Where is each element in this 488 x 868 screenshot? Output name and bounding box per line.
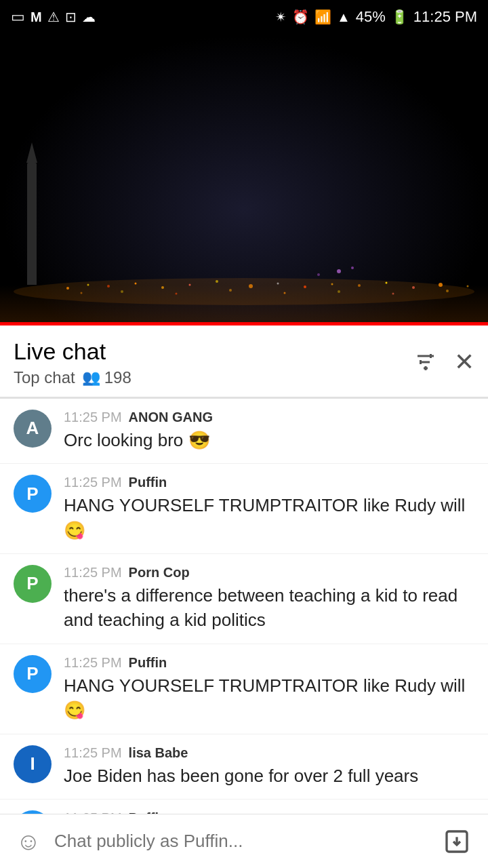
status-bar: ▭ M ⚠ ⊡ ☁ ✴ ⏰ 📶 ▲ 45% 🔋 11:25 PM	[0, 0, 488, 34]
chat-text: Orc looking bro 😎	[64, 428, 474, 452]
alert-icon: ⚠	[47, 9, 60, 25]
chat-content: 11:25 PM ANON GANG Orc looking bro 😎	[64, 410, 474, 452]
cloud-icon: ☁	[82, 9, 96, 25]
viewer-icon: 👥	[82, 369, 100, 387]
chat-timestamp: 11:25 PM	[64, 410, 122, 425]
live-chat-info: Live chat Top chat 👥 198	[14, 338, 131, 387]
svg-point-13	[386, 282, 388, 284]
viewer-number: 198	[104, 368, 131, 387]
chat-username: Puffin	[129, 655, 167, 671]
emoji-button[interactable]: ☺	[11, 824, 46, 859]
chat-timestamp: 11:25 PM	[64, 745, 122, 761]
chat-timestamp: 11:25 PM	[64, 655, 122, 671]
chat-content: 11:25 PM Porn Cop there's a difference b…	[64, 565, 474, 633]
avatar: A	[14, 410, 52, 448]
m-icon: M	[30, 9, 42, 25]
chat-content: 11:25 PM lisa Babe Joe Biden has been go…	[64, 745, 474, 788]
chat-input-bar: ☺	[0, 814, 488, 868]
avatar: P	[14, 565, 52, 603]
chat-content: 11:25 PM Puffin HANG YOURSELF TRUMPTRAIT…	[64, 655, 474, 723]
live-chat-header: Live chat Top chat 👥 198 ✕	[0, 326, 488, 397]
live-chat-title: Live chat	[14, 338, 131, 366]
svg-point-27	[317, 273, 320, 276]
bluetooth-icon: ✴	[275, 9, 287, 25]
chat-meta: 11:25 PM lisa Babe	[64, 745, 474, 761]
lights-glow	[0, 285, 488, 326]
list-item: P 11:25 PM Puffin HANG YOURSELF TRUMPTRA…	[0, 464, 488, 554]
list-item: P 11:25 PM Puffin HANG YOURSELF TRUMPTRA…	[0, 644, 488, 734]
svg-point-26	[351, 267, 354, 269]
send-icon	[443, 828, 470, 855]
chat-list: A 11:25 PM ANON GANG Orc looking bro 😎 P…	[0, 399, 488, 868]
signal-icon: ▲	[337, 9, 350, 25]
status-icons-right: ✴ ⏰ 📶 ▲ 45% 🔋 11:25 PM	[275, 8, 477, 26]
battery-percent: 45%	[356, 8, 386, 26]
alarm-icon: ⏰	[292, 9, 309, 25]
avatar: P	[14, 475, 52, 513]
avatar: I	[14, 745, 52, 783]
chat-input[interactable]	[54, 824, 428, 859]
chat-meta: 11:25 PM Puffin	[64, 655, 474, 671]
wifi-icon: 📶	[314, 9, 331, 25]
chat-text: HANG YOURSELF TRUMPTRAITOR like Rudy wil…	[64, 493, 474, 542]
filter-button[interactable]	[413, 350, 438, 374]
chat-username: Puffin	[129, 475, 167, 490]
avatar: P	[14, 655, 52, 693]
chat-content: 11:25 PM Puffin HANG YOURSELF TRUMPTRAIT…	[64, 475, 474, 542]
video-progress-bar[interactable]	[0, 322, 488, 326]
list-item: I 11:25 PM lisa Babe Joe Biden has been …	[0, 734, 488, 800]
chat-text: there's a difference between teaching a …	[64, 583, 474, 633]
chat-meta: 11:25 PM Porn Cop	[64, 565, 474, 580]
chat-text: HANG YOURSELF TRUMPTRAITOR like Rudy wil…	[64, 673, 474, 723]
chat-username: ANON GANG	[129, 410, 213, 425]
close-button[interactable]: ✕	[454, 348, 474, 376]
live-chat-subtitle-row: Top chat 👥 198	[14, 368, 131, 387]
time: 11:25 PM	[413, 8, 477, 26]
list-item: A 11:25 PM ANON GANG Orc looking bro 😎	[0, 399, 488, 464]
chat-username: lisa Babe	[129, 745, 188, 761]
image-icon: ⊡	[65, 9, 77, 25]
svg-point-7	[216, 280, 218, 283]
list-item: P 11:25 PM Porn Cop there's a difference…	[0, 554, 488, 644]
video-background	[0, 34, 488, 326]
battery-icon: 🔋	[391, 9, 408, 25]
chat-timestamp: 11:25 PM	[64, 475, 122, 490]
video-player[interactable]	[0, 34, 488, 326]
svg-point-25	[337, 269, 341, 273]
chat-meta: 11:25 PM Puffin	[64, 475, 474, 490]
chat-meta: 11:25 PM ANON GANG	[64, 410, 474, 425]
status-icons-left: ▭ M ⚠ ⊡ ☁	[11, 8, 96, 26]
file-icon: ▭	[11, 8, 25, 26]
viewer-count: 👥 198	[82, 368, 131, 387]
live-chat-actions: ✕	[413, 348, 474, 376]
chat-username: Porn Cop	[129, 565, 190, 580]
chat-text: Joe Biden has been gone for over 2 full …	[64, 764, 474, 788]
chat-timestamp: 11:25 PM	[64, 565, 122, 580]
emoji-icon: ☺	[16, 827, 41, 856]
send-button[interactable]	[436, 824, 477, 859]
top-chat-label: Top chat	[14, 368, 75, 387]
